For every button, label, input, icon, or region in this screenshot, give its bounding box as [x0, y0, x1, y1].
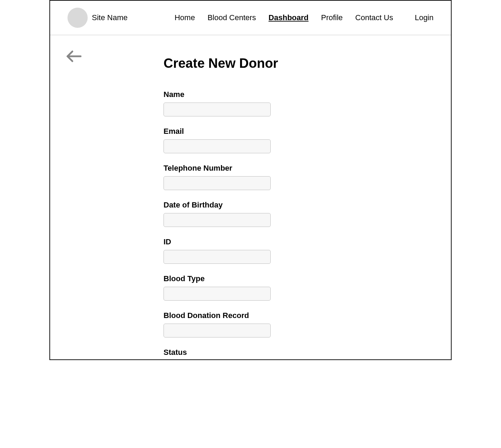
label-telephone: Telephone Number: [164, 164, 337, 173]
input-donation-record[interactable]: [164, 324, 271, 337]
label-blood-type: Blood Type: [164, 274, 337, 283]
input-id[interactable]: [164, 250, 271, 264]
field-status: Status: [164, 348, 337, 359]
nav-home[interactable]: Home: [175, 13, 195, 22]
field-donation-record: Blood Donation Record: [164, 311, 337, 337]
field-blood-type: Blood Type: [164, 274, 337, 301]
field-dob: Date of Birthday: [164, 201, 337, 227]
input-email[interactable]: [164, 139, 271, 153]
logo-icon: [67, 8, 88, 28]
input-name[interactable]: [164, 103, 271, 116]
logo-group: Site Name: [67, 8, 128, 28]
field-id: ID: [164, 237, 337, 264]
nav-profile[interactable]: Profile: [321, 13, 343, 22]
nav-blood-centers[interactable]: Blood Centers: [207, 13, 256, 22]
input-dob[interactable]: [164, 213, 271, 227]
label-dob: Date of Birthday: [164, 201, 337, 210]
label-name: Name: [164, 90, 337, 99]
app-frame: Site Name Home Blood Centers Dashboard P…: [49, 0, 452, 360]
field-email: Email: [164, 127, 337, 153]
label-donation-record: Blood Donation Record: [164, 311, 337, 320]
site-name: Site Name: [92, 13, 128, 22]
donor-form: Name Email Telephone Number Date of Birt…: [164, 90, 337, 359]
nav-dashboard[interactable]: Dashboard: [269, 13, 309, 22]
form-wrap: Create New Donor Name Email Telephone Nu…: [164, 56, 337, 359]
input-telephone[interactable]: [164, 176, 271, 190]
field-telephone: Telephone Number: [164, 164, 337, 190]
main-nav: Home Blood Centers Dashboard Profile Con…: [175, 13, 393, 22]
nav-contact-us[interactable]: Contact Us: [355, 13, 393, 22]
page-title: Create New Donor: [164, 56, 278, 71]
header: Site Name Home Blood Centers Dashboard P…: [50, 1, 451, 35]
label-id: ID: [164, 237, 337, 246]
back-arrow-icon[interactable]: [66, 50, 81, 63]
label-email: Email: [164, 127, 337, 136]
content: Create New Donor Name Email Telephone Nu…: [50, 35, 451, 359]
label-status: Status: [164, 348, 337, 357]
login-link[interactable]: Login: [415, 13, 434, 22]
field-name: Name: [164, 90, 337, 116]
input-blood-type[interactable]: [164, 287, 271, 301]
